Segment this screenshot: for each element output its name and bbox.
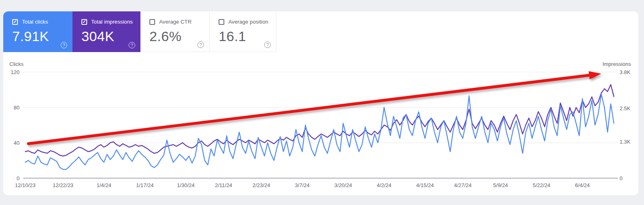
card-header: Average CTR [149,19,203,25]
checkbox-average-position[interactable] [219,19,224,25]
checkbox-average-ctr[interactable] [149,19,155,25]
search-performance-panel: ✓ Total clicks 7.91K ? ✓ Total impressio… [3,11,638,195]
card-average-position[interactable]: Average position 16.1 ? [210,11,276,52]
left-axis-tick: 40 [14,140,20,146]
card-header: ✓ Total clicks [12,19,66,25]
card-header: ✓ Total impressions [81,19,134,25]
help-icon[interactable]: ? [129,42,135,48]
card-value: 7.91K [12,28,66,44]
card-value: 2.6% [149,28,203,44]
card-value: 304K [81,28,134,44]
help-icon[interactable]: ? [197,41,204,48]
card-header: Average position [219,19,269,25]
right-axis-tick: 1.3K [620,139,631,145]
left-axis-tick: 120 [11,69,20,75]
card-total-impressions[interactable]: ✓ Total impressions 304K ? [72,11,140,52]
card-label: Average position [228,19,268,25]
card-total-clicks[interactable]: ✓ Total clicks 7.91K ? [3,11,72,52]
right-axis-tick: 3.8K [620,69,631,75]
card-value: 16.1 [219,28,269,44]
right-axis-tick: 2.5K [620,105,631,111]
left-axis-tick: 0 [17,175,20,181]
metric-cards: ✓ Total clicks 7.91K ? ✓ Total impressio… [3,11,276,52]
help-icon[interactable]: ? [61,42,67,48]
checkbox-total-clicks[interactable]: ✓ [12,19,18,25]
help-icon[interactable]: ? [264,41,271,48]
checkbox-total-impressions[interactable]: ✓ [81,19,87,25]
right-axis-tick: 0 [620,175,622,181]
left-axis-title: Clicks [9,61,24,67]
left-axis-tick: 80 [14,105,20,111]
card-label: Average CTR [159,19,192,25]
card-average-ctr[interactable]: Average CTR 2.6% ? [140,11,210,52]
chart-hover-area[interactable] [23,64,618,190]
card-label: Total clicks [22,19,48,25]
card-label: Total impressions [91,19,133,25]
